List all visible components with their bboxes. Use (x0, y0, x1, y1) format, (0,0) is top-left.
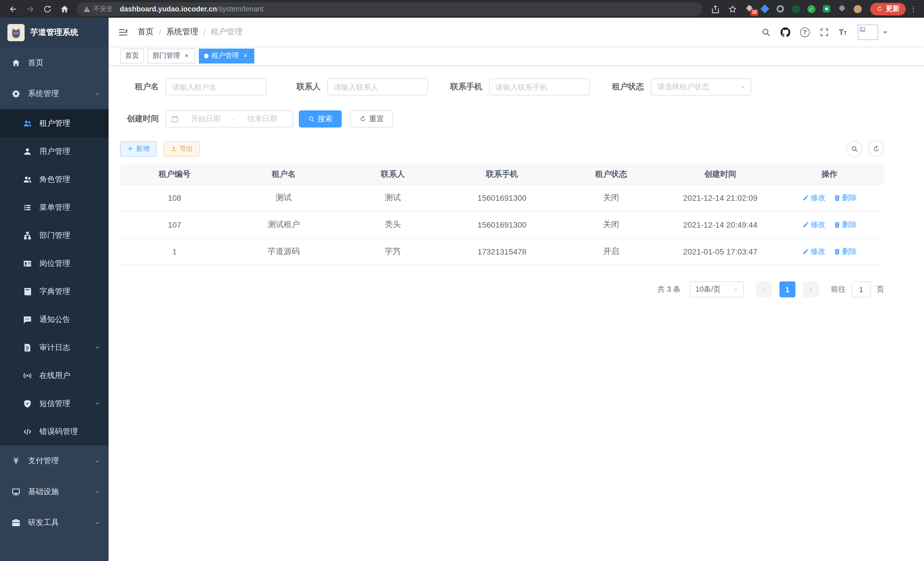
green-square-icon (823, 5, 830, 13)
ring-icon (777, 5, 784, 13)
edit-link[interactable]: 修改 (802, 193, 825, 203)
sidebar-item-error-code[interactable]: 错误码管理 (0, 417, 109, 445)
col-header: 租户编号 (120, 169, 229, 179)
browser-reload-icon[interactable] (43, 4, 52, 14)
sidebar-item-home[interactable]: 首页 (0, 47, 109, 78)
sidebar-menu: 首页 系统管理 租户管理 用户管理 角色管理 (0, 47, 109, 538)
tags-view-bar: 首页 部门管理 × 租户管理 × (109, 46, 924, 66)
extension-icon-1[interactable]: 10 (745, 4, 754, 14)
extension-icon-6[interactable] (822, 4, 831, 14)
delete-label: 删除 (842, 220, 857, 230)
reset-button[interactable]: 重置 (350, 110, 393, 128)
sidebar: 芋道管理系统 首页 系统管理 租户管理 用户管理 (0, 18, 109, 561)
edit-link[interactable]: 修改 (802, 220, 825, 230)
close-icon[interactable]: × (183, 52, 190, 59)
active-tab-dot (204, 53, 208, 58)
breadcrumb-home[interactable]: 首页 (138, 27, 154, 37)
toolbox-icon (11, 518, 21, 527)
toggle-search-button[interactable] (846, 141, 862, 157)
export-button[interactable]: 导出 (164, 141, 200, 156)
sidebar-item-dict[interactable]: 字典管理 (0, 277, 109, 305)
sidebar-item-post[interactable]: 岗位管理 (0, 249, 109, 277)
page-size-select[interactable]: 10条/页 (690, 281, 744, 297)
browser-forward-icon[interactable] (26, 4, 35, 14)
cell-phone: 17321315478 (447, 247, 556, 256)
sidebar-item-online-user[interactable]: 在线用户 (0, 361, 109, 390)
phone-input[interactable] (489, 78, 590, 96)
fullscreen-icon[interactable] (819, 27, 829, 37)
tab-label: 首页 (125, 51, 139, 61)
sidebar-item-devtools[interactable]: 研发工具 (0, 507, 109, 538)
sidebar-item-pay[interactable]: 支付管理 (0, 445, 109, 476)
browser-menu-icon[interactable]: ⋮ (910, 5, 917, 13)
sidebar-toggle-icon[interactable] (118, 27, 129, 38)
caret-down-icon (883, 31, 887, 36)
pagination: 共 3 条 10条/页 1 前往 页 (120, 281, 884, 297)
extension-icon-5[interactable]: ✓ (806, 4, 816, 14)
sidebar-item-tenant[interactable]: 租户管理 (0, 109, 109, 137)
filter-phone: 联系手机 (443, 78, 590, 96)
sidebar-item-menu[interactable]: 菜单管理 (0, 193, 109, 221)
goto-page-input[interactable] (851, 281, 871, 297)
status-select[interactable]: 请选择租户状态 (651, 78, 752, 96)
browser-back-icon[interactable] (9, 4, 18, 14)
github-icon[interactable] (781, 27, 790, 37)
chrome-update-button[interactable]: 更新 (870, 3, 906, 15)
prev-page-button[interactable] (756, 281, 772, 297)
delete-link[interactable]: 删除 (833, 247, 857, 257)
app-logo[interactable]: 芋道管理系统 (0, 18, 109, 47)
table-row: 107 测试租户 秃头 15601691300 关闭 2021-12-14 20… (120, 212, 884, 238)
profile-avatar-icon[interactable] (853, 4, 862, 14)
tab-label: 部门管理 (153, 51, 180, 61)
browser-home-icon[interactable] (60, 4, 69, 14)
sidebar-item-notice[interactable]: 通知公告 (0, 305, 109, 333)
page-number-button[interactable]: 1 (779, 281, 795, 297)
extension-icon-7[interactable] (837, 4, 847, 14)
help-icon[interactable]: ? (800, 27, 810, 37)
refresh-table-button[interactable] (868, 141, 884, 157)
delete-link[interactable]: 删除 (833, 220, 857, 230)
sidebar-item-dept[interactable]: 部门管理 (0, 221, 109, 249)
search-button[interactable]: 搜索 (299, 110, 342, 128)
chevron-down-icon (94, 400, 100, 407)
contact-input[interactable] (327, 78, 428, 96)
sidebar-item-system[interactable]: 系统管理 (0, 78, 109, 109)
extension-icon-2[interactable] (760, 4, 770, 14)
sidebar-item-audit-log[interactable]: 审计日志 (0, 333, 109, 361)
breadcrumb-separator: / (159, 27, 161, 37)
extension-icon-4[interactable] (791, 4, 801, 14)
sidebar-item-role[interactable]: 角色管理 (0, 165, 109, 193)
cell-status: 关闭 (556, 193, 666, 203)
tab-tenant[interactable]: 租户管理 × (199, 48, 254, 63)
bookmark-star-icon[interactable] (728, 4, 737, 14)
sidebar-item-user[interactable]: 用户管理 (0, 137, 109, 165)
extension-icon-3[interactable] (776, 4, 785, 14)
edit-icon (802, 221, 809, 228)
col-header: 联系手机 (447, 169, 556, 179)
date-range-picker[interactable]: 开始日期 - 结束日期 (166, 110, 293, 128)
breadcrumb-section[interactable]: 系统管理 (166, 27, 198, 37)
user-avatar-menu[interactable] (858, 24, 887, 40)
sidebar-item-infra[interactable]: 基础设施 (0, 476, 109, 507)
share-icon[interactable] (711, 4, 720, 14)
cell-status: 开启 (556, 247, 666, 257)
edit-link[interactable]: 修改 (802, 247, 825, 257)
tab-home[interactable]: 首页 (120, 48, 144, 63)
menu-label: 首页 (28, 58, 44, 68)
edit-label: 修改 (811, 193, 825, 203)
tab-dept[interactable]: 部门管理 × (147, 48, 195, 63)
site-security-indicator[interactable]: 不安全 (83, 5, 113, 13)
delete-link[interactable]: 删除 (833, 193, 857, 203)
logo-image (8, 24, 25, 41)
tenant-name-input[interactable] (166, 78, 266, 96)
edit-label: 修改 (811, 247, 825, 257)
header-search-icon[interactable] (761, 27, 771, 37)
date-start-placeholder: 开始日期 (180, 114, 232, 124)
close-icon[interactable]: × (242, 52, 249, 59)
sidebar-item-sms[interactable]: 短信管理 (0, 390, 109, 417)
font-size-icon[interactable]: TT (839, 28, 847, 36)
address-bar[interactable]: 不安全 dashboard.yudao.iocoder.cn/system/te… (76, 2, 702, 16)
cell-actions: 修改 删除 (775, 193, 884, 203)
add-button[interactable]: 新增 (120, 141, 157, 156)
next-page-button[interactable] (803, 281, 819, 297)
